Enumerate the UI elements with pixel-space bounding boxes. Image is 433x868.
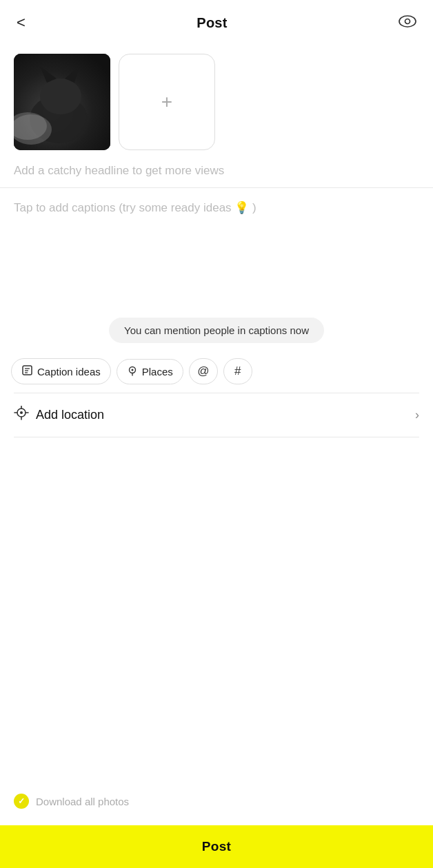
content-spacer — [0, 437, 433, 644]
caption-placeholder-text: Tap to add captions (try some ready idea… — [14, 201, 232, 214]
mention-button[interactable]: @ — [189, 358, 218, 384]
plus-icon: + — [161, 92, 172, 112]
download-label: Download all photos — [36, 796, 129, 807]
download-row: ✓ Download all photos — [0, 784, 433, 820]
places-button[interactable]: Places — [117, 359, 183, 384]
back-button[interactable]: < — [14, 12, 28, 33]
caption-area[interactable]: Tap to add captions (try some ready idea… — [0, 188, 433, 312]
headline-placeholder: Add a catchy headline to get more views — [14, 164, 224, 177]
caption-ideas-icon — [21, 364, 33, 378]
image-row: + — [0, 43, 433, 164]
headline-input[interactable]: Add a catchy headline to get more views — [0, 164, 433, 188]
cat-photo — [14, 54, 110, 150]
page-title: Post — [197, 15, 227, 31]
caption-ideas-label: Caption ideas — [37, 366, 101, 378]
mention-tooltip-text: You can mention people in captions now — [124, 324, 309, 336]
check-mark: ✓ — [18, 796, 25, 806]
location-icon — [14, 406, 29, 424]
mention-label: @ — [197, 364, 209, 378]
header: < Post — [0, 0, 433, 43]
post-button[interactable]: Post — [0, 825, 433, 868]
caption-placeholder-suffix: ) — [252, 201, 256, 214]
svg-point-15 — [131, 369, 133, 371]
places-icon — [127, 365, 138, 378]
places-label: Places — [142, 366, 173, 378]
bulb-icon: 💡 — [234, 201, 249, 214]
mention-tooltip: You can mention people in captions now — [109, 318, 324, 343]
post-button-label: Post — [202, 839, 231, 854]
location-left: Add location — [14, 406, 104, 424]
mention-tooltip-container: You can mention people in captions now — [0, 312, 433, 353]
svg-point-5 — [40, 79, 81, 114]
add-location-label: Add location — [36, 408, 104, 422]
caption-placeholder: Tap to add captions (try some ready idea… — [14, 201, 256, 214]
svg-point-18 — [20, 411, 23, 414]
caption-toolbar: Caption ideas Places @ # — [0, 353, 433, 393]
add-image-button[interactable]: + — [119, 54, 215, 150]
svg-point-0 — [399, 16, 416, 27]
chevron-right-icon: › — [415, 408, 419, 422]
download-check-icon: ✓ — [14, 794, 29, 809]
hashtag-button[interactable]: # — [223, 358, 252, 384]
svg-point-1 — [405, 19, 410, 24]
selected-image — [14, 54, 110, 150]
eye-icon[interactable] — [396, 11, 419, 34]
add-location-row[interactable]: Add location › — [0, 393, 433, 437]
hashtag-label: # — [234, 364, 241, 378]
caption-ideas-button[interactable]: Caption ideas — [11, 358, 111, 384]
